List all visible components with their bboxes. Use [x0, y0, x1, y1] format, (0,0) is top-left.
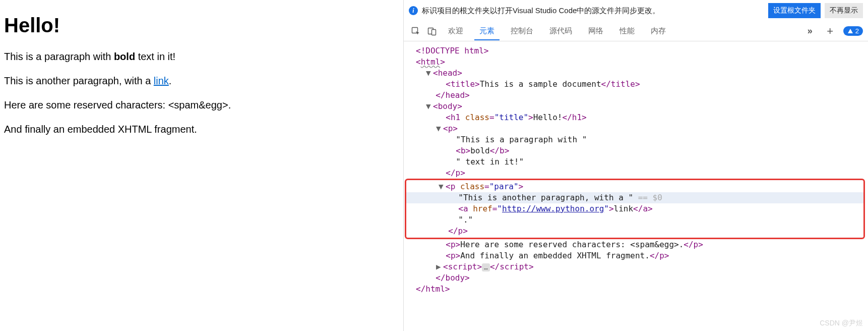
- dom-row[interactable]: </p>: [406, 226, 863, 237]
- tab-memory[interactable]: 内存: [644, 22, 673, 40]
- bold-text: bold: [114, 51, 135, 62]
- collapse-arrow-icon[interactable]: ▼: [426, 101, 433, 112]
- dom-row[interactable]: <a href="http://www.python.org">link</a>: [406, 203, 863, 214]
- dom-row[interactable]: </body>: [404, 272, 868, 284]
- text: .: [169, 75, 172, 86]
- paragraph-2: This is another paragraph, with a link.: [4, 73, 399, 88]
- dom-row[interactable]: <html>: [404, 57, 868, 68]
- set-root-folder-button[interactable]: 设置根文件夹: [768, 3, 821, 18]
- dom-row[interactable]: <title>This is a sample document</title>: [404, 79, 868, 90]
- tab-performance[interactable]: 性能: [612, 22, 642, 40]
- tab-tools: » + 2: [803, 24, 863, 38]
- info-text: 标识项目的根文件夹以打开Visual Studio Code中的源文件并同步更改…: [422, 6, 764, 16]
- dom-row[interactable]: ▶<script>…</script>: [404, 261, 868, 272]
- page-heading: Hello!: [4, 14, 399, 37]
- inspect-icon[interactable]: [409, 24, 423, 38]
- dom-row[interactable]: </p>: [404, 168, 868, 179]
- dismiss-button[interactable]: 不再显示: [825, 3, 863, 18]
- dom-row[interactable]: <b>bold</b>: [404, 145, 868, 156]
- text: This is another paragraph, with a: [4, 75, 154, 86]
- device-toggle-icon[interactable]: [425, 24, 439, 38]
- info-icon: i: [409, 6, 418, 15]
- tab-sources[interactable]: 源代码: [542, 22, 579, 40]
- devtools-panel: i 标识项目的根文件夹以打开Visual Studio Code中的源文件并同步…: [403, 0, 868, 331]
- svg-rect-2: [432, 29, 436, 35]
- ellipsis-icon[interactable]: …: [482, 263, 490, 271]
- dom-row[interactable]: "This is a paragraph with ": [404, 134, 868, 145]
- link[interactable]: link: [154, 75, 169, 86]
- expand-arrow-icon[interactable]: ▶: [436, 261, 443, 272]
- dom-row[interactable]: ".": [406, 214, 863, 226]
- text: This is a paragraph with: [4, 51, 114, 62]
- dom-row[interactable]: </head>: [404, 90, 868, 101]
- collapse-arrow-icon[interactable]: ▼: [439, 181, 446, 192]
- dom-row[interactable]: </html>: [404, 284, 868, 295]
- dom-row[interactable]: ▼<body>: [404, 101, 868, 112]
- paragraph-3: Here are some reserved characters: <spam…: [4, 97, 399, 113]
- dom-row[interactable]: <p>And finally an embedded XHTML fragmen…: [404, 250, 868, 261]
- collapse-arrow-icon[interactable]: ▼: [426, 68, 433, 79]
- tab-elements[interactable]: 元素: [472, 22, 502, 40]
- paragraph-4: And finally an embedded XHTML fragment.: [4, 122, 399, 137]
- dom-row[interactable]: <!DOCTYPE html>: [404, 45, 868, 57]
- text: text in it!: [135, 51, 175, 62]
- tab-console[interactable]: 控制台: [504, 22, 540, 40]
- devtools-tab-bar: 欢迎 元素 控制台 源代码 网络 性能 内存 » + 2: [404, 21, 868, 41]
- rendered-page: Hello! This is a paragraph with bold tex…: [0, 0, 403, 331]
- dom-row[interactable]: ▼<head>: [404, 68, 868, 79]
- dom-row[interactable]: ▼<p class="para">: [406, 181, 863, 192]
- add-tab-icon[interactable]: +: [823, 24, 837, 38]
- paragraph-1: This is a paragraph with bold text in it…: [4, 49, 399, 64]
- dom-row[interactable]: <h1 class="title">Hello!</h1>: [404, 112, 868, 123]
- tab-network[interactable]: 网络: [581, 22, 610, 40]
- dom-row[interactable]: " text in it!": [404, 156, 868, 168]
- dom-row[interactable]: <p>Here are some reserved characters: <s…: [404, 239, 868, 250]
- tab-welcome[interactable]: 欢迎: [441, 22, 470, 40]
- more-tabs-icon[interactable]: »: [803, 24, 817, 38]
- collapse-arrow-icon[interactable]: ▼: [436, 123, 443, 134]
- watermark: CSDN @尹煜: [820, 319, 863, 328]
- dom-tree[interactable]: <!DOCTYPE html> <html> ▼<head> <title>Th…: [404, 41, 868, 299]
- info-bar: i 标识项目的根文件夹以打开Visual Studio Code中的源文件并同步…: [404, 0, 868, 21]
- dom-row[interactable]: ▼<p>: [404, 123, 868, 134]
- dom-row-selected[interactable]: ⋯ "This is another paragraph, with a " =…: [406, 192, 863, 203]
- issues-badge[interactable]: 2: [843, 26, 863, 36]
- selected-highlight: ▼<p class="para"> ⋯ "This is another par…: [405, 179, 865, 239]
- badge-number: 2: [855, 27, 859, 35]
